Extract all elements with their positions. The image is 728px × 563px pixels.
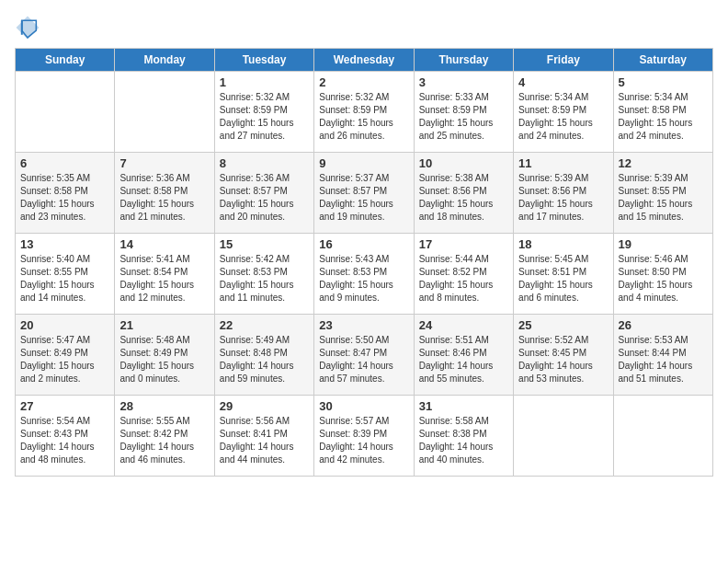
day-info: Sunrise: 5:37 AM Sunset: 8:57 PM Dayligh… — [319, 172, 408, 224]
calendar-cell: 9Sunrise: 5:37 AM Sunset: 8:57 PM Daylig… — [314, 153, 414, 234]
calendar-cell: 22Sunrise: 5:49 AM Sunset: 8:48 PM Dayli… — [214, 315, 313, 396]
calendar-cell: 12Sunrise: 5:39 AM Sunset: 8:55 PM Dayli… — [613, 153, 712, 234]
calendar-cell: 16Sunrise: 5:43 AM Sunset: 8:53 PM Dayli… — [314, 234, 414, 315]
day-number: 28 — [119, 399, 209, 413]
day-info: Sunrise: 5:42 AM Sunset: 8:53 PM Dayligh… — [220, 253, 309, 304]
day-number: 7 — [119, 156, 209, 170]
calendar-cell: 29Sunrise: 5:56 AM Sunset: 8:41 PM Dayli… — [214, 396, 313, 477]
day-info: Sunrise: 5:32 AM Sunset: 8:59 PM Dayligh… — [319, 91, 408, 143]
day-info: Sunrise: 5:43 AM Sunset: 8:53 PM Dayligh… — [319, 253, 408, 304]
calendar-cell: 21Sunrise: 5:48 AM Sunset: 8:49 PM Dayli… — [115, 315, 214, 396]
day-info: Sunrise: 5:46 AM Sunset: 8:50 PM Dayligh… — [619, 253, 708, 304]
day-info: Sunrise: 5:56 AM Sunset: 8:41 PM Dayligh… — [220, 415, 309, 466]
day-info: Sunrise: 5:36 AM Sunset: 8:57 PM Dayligh… — [220, 172, 309, 224]
calendar-cell: 25Sunrise: 5:52 AM Sunset: 8:45 PM Dayli… — [514, 315, 613, 396]
day-number: 11 — [518, 156, 608, 170]
day-number: 19 — [619, 237, 708, 251]
day-of-week-header: Thursday — [414, 49, 513, 72]
calendar-cell: 24Sunrise: 5:51 AM Sunset: 8:46 PM Dayli… — [414, 315, 513, 396]
day-number: 22 — [220, 318, 309, 332]
day-info: Sunrise: 5:48 AM Sunset: 8:49 PM Dayligh… — [119, 334, 209, 385]
calendar-cell: 30Sunrise: 5:57 AM Sunset: 8:39 PM Dayli… — [314, 396, 414, 477]
day-of-week-header: Sunday — [16, 49, 115, 72]
day-number: 5 — [619, 75, 708, 89]
calendar-cell — [613, 396, 712, 477]
calendar-week-row: 1Sunrise: 5:32 AM Sunset: 8:59 PM Daylig… — [16, 72, 713, 153]
day-of-week-header: Tuesday — [214, 49, 313, 72]
logo — [15, 15, 44, 40]
day-info: Sunrise: 5:39 AM Sunset: 8:56 PM Dayligh… — [518, 172, 608, 224]
day-number: 29 — [220, 399, 309, 413]
day-info: Sunrise: 5:34 AM Sunset: 8:58 PM Dayligh… — [619, 91, 708, 143]
day-info: Sunrise: 5:47 AM Sunset: 8:49 PM Dayligh… — [20, 334, 109, 385]
day-info: Sunrise: 5:33 AM Sunset: 8:59 PM Dayligh… — [419, 91, 508, 143]
day-info: Sunrise: 5:51 AM Sunset: 8:46 PM Dayligh… — [419, 334, 508, 385]
day-info: Sunrise: 5:55 AM Sunset: 8:42 PM Dayligh… — [119, 415, 209, 466]
day-number: 25 — [518, 318, 608, 332]
day-info: Sunrise: 5:34 AM Sunset: 8:59 PM Dayligh… — [518, 91, 608, 143]
day-info: Sunrise: 5:40 AM Sunset: 8:55 PM Dayligh… — [20, 253, 109, 304]
day-number: 14 — [119, 237, 209, 251]
calendar-cell: 7Sunrise: 5:36 AM Sunset: 8:58 PM Daylig… — [115, 153, 214, 234]
day-info: Sunrise: 5:32 AM Sunset: 8:59 PM Dayligh… — [220, 91, 309, 143]
calendar-cell: 26Sunrise: 5:53 AM Sunset: 8:44 PM Dayli… — [613, 315, 712, 396]
day-info: Sunrise: 5:54 AM Sunset: 8:43 PM Dayligh… — [20, 415, 109, 466]
day-number: 8 — [220, 156, 309, 170]
calendar-cell: 31Sunrise: 5:58 AM Sunset: 8:38 PM Dayli… — [414, 396, 513, 477]
calendar-cell: 6Sunrise: 5:35 AM Sunset: 8:58 PM Daylig… — [16, 153, 115, 234]
calendar-cell: 10Sunrise: 5:38 AM Sunset: 8:56 PM Dayli… — [414, 153, 513, 234]
day-number: 1 — [220, 75, 309, 89]
day-info: Sunrise: 5:57 AM Sunset: 8:39 PM Dayligh… — [319, 415, 408, 466]
calendar-cell: 1Sunrise: 5:32 AM Sunset: 8:59 PM Daylig… — [214, 72, 313, 153]
day-of-week-header: Monday — [115, 49, 214, 72]
day-number: 13 — [20, 237, 109, 251]
calendar-cell: 17Sunrise: 5:44 AM Sunset: 8:52 PM Dayli… — [414, 234, 513, 315]
calendar-cell: 20Sunrise: 5:47 AM Sunset: 8:49 PM Dayli… — [16, 315, 115, 396]
day-info: Sunrise: 5:52 AM Sunset: 8:45 PM Dayligh… — [518, 334, 608, 385]
day-number: 16 — [319, 237, 408, 251]
day-number: 20 — [20, 318, 109, 332]
day-info: Sunrise: 5:38 AM Sunset: 8:56 PM Dayligh… — [419, 172, 508, 224]
day-number: 9 — [319, 156, 408, 170]
day-info: Sunrise: 5:45 AM Sunset: 8:51 PM Dayligh… — [518, 253, 608, 304]
day-number: 27 — [20, 399, 109, 413]
calendar-cell: 8Sunrise: 5:36 AM Sunset: 8:57 PM Daylig… — [214, 153, 313, 234]
calendar-week-row: 20Sunrise: 5:47 AM Sunset: 8:49 PM Dayli… — [16, 315, 713, 396]
day-info: Sunrise: 5:39 AM Sunset: 8:55 PM Dayligh… — [619, 172, 708, 224]
day-info: Sunrise: 5:35 AM Sunset: 8:58 PM Dayligh… — [20, 172, 109, 224]
calendar-week-row: 13Sunrise: 5:40 AM Sunset: 8:55 PM Dayli… — [16, 234, 713, 315]
calendar-cell: 15Sunrise: 5:42 AM Sunset: 8:53 PM Dayli… — [214, 234, 313, 315]
day-number: 24 — [419, 318, 508, 332]
day-number: 21 — [119, 318, 209, 332]
calendar-cell: 5Sunrise: 5:34 AM Sunset: 8:58 PM Daylig… — [613, 72, 712, 153]
day-number: 30 — [319, 399, 408, 413]
day-info: Sunrise: 5:36 AM Sunset: 8:58 PM Dayligh… — [119, 172, 209, 224]
calendar-cell: 18Sunrise: 5:45 AM Sunset: 8:51 PM Dayli… — [514, 234, 613, 315]
calendar-cell — [514, 396, 613, 477]
day-number: 17 — [419, 237, 508, 251]
calendar-cell: 4Sunrise: 5:34 AM Sunset: 8:59 PM Daylig… — [514, 72, 613, 153]
calendar-cell: 23Sunrise: 5:50 AM Sunset: 8:47 PM Dayli… — [314, 315, 414, 396]
calendar-cell: 3Sunrise: 5:33 AM Sunset: 8:59 PM Daylig… — [414, 72, 513, 153]
calendar-cell: 14Sunrise: 5:41 AM Sunset: 8:54 PM Dayli… — [115, 234, 214, 315]
calendar-week-row: 6Sunrise: 5:35 AM Sunset: 8:58 PM Daylig… — [16, 153, 713, 234]
day-info: Sunrise: 5:44 AM Sunset: 8:52 PM Dayligh… — [419, 253, 508, 304]
day-number: 18 — [518, 237, 608, 251]
day-number: 2 — [319, 75, 408, 89]
day-number: 6 — [20, 156, 109, 170]
calendar-cell: 19Sunrise: 5:46 AM Sunset: 8:50 PM Dayli… — [613, 234, 712, 315]
day-of-week-header: Saturday — [613, 49, 712, 72]
calendar-table: SundayMondayTuesdayWednesdayThursdayFrid… — [15, 48, 713, 477]
day-number: 4 — [518, 75, 608, 89]
calendar-cell: 13Sunrise: 5:40 AM Sunset: 8:55 PM Dayli… — [16, 234, 115, 315]
calendar-week-row: 27Sunrise: 5:54 AM Sunset: 8:43 PM Dayli… — [16, 396, 713, 477]
page-header — [15, 15, 713, 40]
day-number: 23 — [319, 318, 408, 332]
calendar-cell: 27Sunrise: 5:54 AM Sunset: 8:43 PM Dayli… — [16, 396, 115, 477]
day-number: 12 — [619, 156, 708, 170]
day-info: Sunrise: 5:58 AM Sunset: 8:38 PM Dayligh… — [419, 415, 508, 466]
day-of-week-header: Wednesday — [314, 49, 414, 72]
calendar-cell — [115, 72, 214, 153]
calendar-cell — [16, 72, 115, 153]
calendar-cell: 11Sunrise: 5:39 AM Sunset: 8:56 PM Dayli… — [514, 153, 613, 234]
